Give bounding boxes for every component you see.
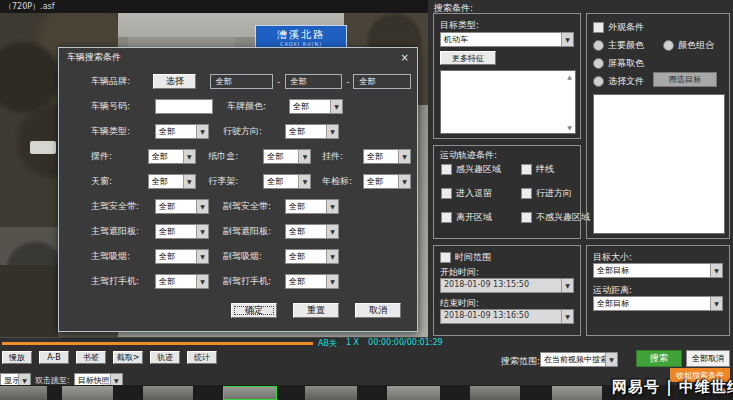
- end-time-dropdown[interactable]: 2018-01-09 13:16:50▼: [440, 309, 574, 324]
- snapshot-thumbnail[interactable]: [387, 386, 440, 400]
- chevron-down-icon[interactable]: ▼: [298, 175, 310, 188]
- stats-button[interactable]: 统计: [187, 351, 217, 364]
- radio-color-combo[interactable]: 颜色组合: [663, 39, 714, 52]
- cancel-button[interactable]: 取消: [355, 303, 401, 318]
- chevron-down-icon[interactable]: ▼: [196, 200, 208, 213]
- brand-value-1[interactable]: 全部: [210, 74, 273, 89]
- capture-button[interactable]: 截取>: [113, 351, 143, 364]
- feature-listbox[interactable]: ▲ ▼: [440, 70, 576, 134]
- check-enter-stay[interactable]: 进入逗留: [441, 187, 521, 200]
- bookmark-button[interactable]: 书签: [76, 351, 106, 364]
- radio-icon[interactable]: [593, 76, 604, 87]
- chevron-down-icon[interactable]: ▼: [330, 100, 342, 113]
- brand-select-button[interactable]: 选择: [153, 74, 196, 89]
- driver-belt-dropdown[interactable]: 全部▼: [155, 199, 209, 214]
- chevron-down-icon[interactable]: ▼: [183, 150, 195, 163]
- vehicle-type-dropdown[interactable]: 全部▼: [155, 124, 209, 139]
- checkbox-icon[interactable]: [521, 212, 532, 223]
- motion-distance-dropdown[interactable]: 全部目标▼: [593, 296, 723, 311]
- ornament-dropdown[interactable]: 全部▼: [148, 149, 196, 164]
- inspection-mark-dropdown[interactable]: 全部▼: [363, 174, 411, 189]
- target-size-dropdown[interactable]: 全部目标▼: [593, 263, 723, 278]
- plate-color-dropdown[interactable]: 全部▼: [289, 99, 343, 114]
- ok-button[interactable]: 确定: [231, 303, 277, 318]
- check-direction[interactable]: 行进方向: [521, 187, 590, 200]
- checkbox-icon[interactable]: [593, 22, 604, 33]
- passenger-smoking-dropdown[interactable]: 全部▼: [285, 249, 339, 264]
- chevron-down-icon[interactable]: ▼: [326, 225, 338, 238]
- passenger-visor-dropdown[interactable]: 全部▼: [285, 224, 339, 239]
- chevron-down-icon[interactable]: ▼: [298, 150, 310, 163]
- search-scope-dropdown[interactable]: 在当前视频中搜索▼: [540, 352, 618, 367]
- check-roi[interactable]: 感兴趣区域: [441, 163, 521, 176]
- dialog-titlebar[interactable]: 车辆搜索条件 ×: [59, 48, 417, 66]
- cancel-all-button[interactable]: 全部取消: [686, 350, 730, 367]
- scroll-down-icon[interactable]: ▼: [565, 123, 574, 132]
- close-icon[interactable]: ×: [399, 52, 411, 63]
- check-non-roi[interactable]: 不感兴趣区域: [521, 211, 590, 224]
- direction-dropdown[interactable]: 全部▼: [285, 124, 339, 139]
- chevron-down-icon[interactable]: ▼: [196, 125, 208, 138]
- pendant-dropdown[interactable]: 全部▼: [363, 149, 411, 164]
- chevron-down-icon[interactable]: ▼: [561, 33, 573, 46]
- snapshot-thumbnail-selected[interactable]: [223, 386, 277, 400]
- radio-icon[interactable]: [663, 40, 674, 51]
- slow-play-button[interactable]: 慢放: [2, 351, 32, 364]
- chevron-down-icon[interactable]: ▼: [326, 125, 338, 138]
- check-leave-region[interactable]: 离开区域: [441, 211, 521, 224]
- scroll-up-icon[interactable]: ▲: [565, 72, 574, 81]
- driver-phone-dropdown[interactable]: 全部▼: [155, 274, 209, 289]
- snapshot-thumbnail[interactable]: [552, 386, 602, 400]
- sunroof-dropdown[interactable]: 全部▼: [148, 174, 196, 189]
- tissue-box-dropdown[interactable]: 全部▼: [263, 149, 311, 164]
- luggage-rack-dropdown[interactable]: 全部▼: [263, 174, 311, 189]
- start-time-dropdown[interactable]: 2018-01-09 13:15:50▼: [440, 278, 574, 293]
- chevron-down-icon[interactable]: ▼: [605, 353, 617, 366]
- snapshot-thumbnail[interactable]: [62, 386, 113, 400]
- chevron-down-icon[interactable]: ▼: [710, 264, 722, 277]
- checkbox-icon[interactable]: [441, 212, 452, 223]
- chevron-down-icon[interactable]: ▼: [326, 250, 338, 263]
- driver-visor-dropdown[interactable]: 全部▼: [155, 224, 209, 239]
- search-button[interactable]: 搜索: [636, 350, 682, 367]
- ab-repeat-button[interactable]: A-B: [39, 351, 69, 364]
- chevron-down-icon[interactable]: ▼: [183, 175, 195, 188]
- track-button[interactable]: 轨迹: [150, 351, 180, 364]
- chevron-down-icon[interactable]: ▼: [196, 225, 208, 238]
- time-range-checkbox[interactable]: 时间范围: [440, 251, 491, 264]
- chevron-down-icon[interactable]: ▼: [326, 200, 338, 213]
- radio-icon[interactable]: [593, 58, 604, 69]
- chevron-down-icon[interactable]: ▼: [398, 175, 410, 188]
- checkbox-icon[interactable]: [441, 188, 452, 199]
- snapshot-thumbnail[interactable]: [0, 386, 47, 400]
- passenger-belt-dropdown[interactable]: 全部▼: [285, 199, 339, 214]
- chevron-down-icon[interactable]: ▼: [196, 275, 208, 288]
- brand-value-2[interactable]: 全部: [285, 74, 343, 89]
- chevron-down-icon[interactable]: ▼: [561, 279, 573, 292]
- radio-icon[interactable]: [593, 40, 604, 51]
- brand-value-3[interactable]: 全部: [353, 74, 411, 89]
- driver-smoking-dropdown[interactable]: 全部▼: [155, 249, 209, 264]
- radio-select-file[interactable]: 选择文件: [593, 75, 644, 88]
- passenger-phone-dropdown[interactable]: 全部▼: [285, 274, 339, 289]
- snapshot-thumbnail[interactable]: [305, 386, 357, 400]
- target-type-dropdown[interactable]: 机动车▼: [440, 32, 574, 47]
- snapshot-thumbnail[interactable]: [470, 386, 520, 400]
- chevron-down-icon[interactable]: ▼: [326, 275, 338, 288]
- snapshot-thumbnail[interactable]: [143, 386, 193, 400]
- appearance-checkbox[interactable]: 外观条件: [593, 21, 644, 34]
- chevron-down-icon[interactable]: ▼: [398, 150, 410, 163]
- more-features-button[interactable]: 更多特征: [440, 51, 496, 65]
- checkbox-icon[interactable]: [440, 252, 451, 263]
- circle-target-button[interactable]: 圈选目标: [653, 72, 717, 87]
- radio-main-color[interactable]: 主要颜色: [593, 39, 644, 52]
- checkbox-icon[interactable]: [521, 188, 532, 199]
- timeline-bar[interactable]: [2, 342, 313, 345]
- chevron-down-icon[interactable]: ▼: [196, 250, 208, 263]
- chevron-down-icon[interactable]: ▼: [710, 297, 722, 310]
- checkbox-icon[interactable]: [441, 164, 452, 175]
- check-tripwire[interactable]: 绊线: [521, 163, 590, 176]
- reset-button[interactable]: 重置: [293, 303, 339, 318]
- checkbox-icon[interactable]: [521, 164, 532, 175]
- chevron-down-icon[interactable]: ▼: [561, 310, 573, 323]
